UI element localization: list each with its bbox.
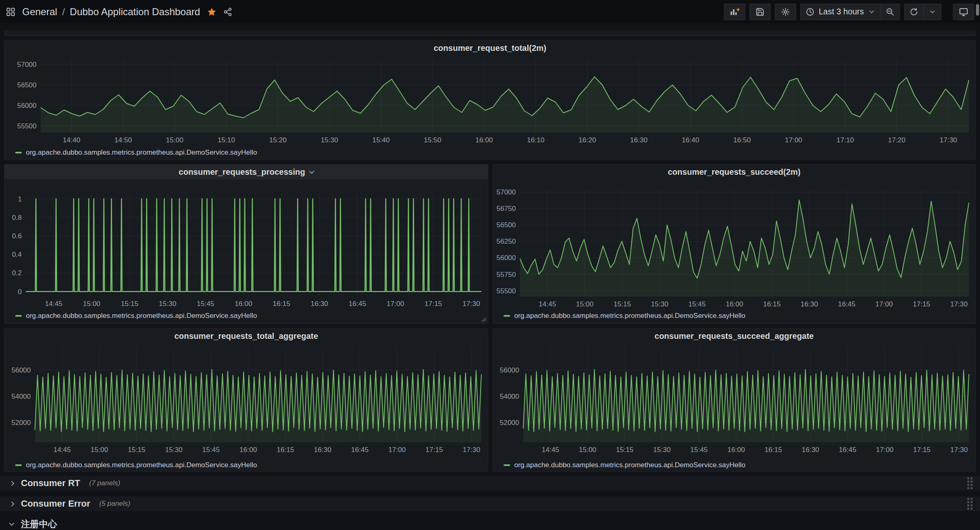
y-axis-label: 55750 (497, 271, 516, 279)
legend-item[interactable]: org.apache.dubbo.samples.metrics.prometh… (5, 309, 488, 323)
x-axis-label: 15:00 (166, 136, 183, 144)
x-axis-label: 16:30 (314, 446, 332, 454)
x-axis-label: 15:45 (690, 446, 708, 454)
panel-title[interactable]: consumer_requests_succeed_aggregate (493, 329, 975, 343)
time-series-chart[interactable]: 14:4014:5015:0015:1015:2015:3015:4015:50… (5, 55, 975, 144)
row-registry-center[interactable]: 注册中心 (0, 516, 980, 530)
x-axis-label: 16:50 (733, 136, 751, 144)
x-axis-label: 14:45 (53, 446, 71, 454)
gear-icon (781, 7, 790, 16)
panel-title-text: consumer_requests_total_aggregate (174, 331, 318, 341)
x-axis-label: 16:20 (579, 136, 596, 144)
save-dashboard-button[interactable] (749, 4, 771, 20)
x-axis-label: 15:30 (165, 446, 183, 454)
panel-title-text: consumer_requests_succeed(2m) (668, 167, 800, 177)
panel-title[interactable]: consumer_requests_total_aggregate (5, 329, 488, 343)
x-axis-label: 15:45 (688, 300, 706, 307)
y-axis-label: 56750 (497, 205, 516, 212)
share-icon[interactable] (223, 7, 232, 16)
monitor-icon (959, 7, 969, 17)
x-axis-label: 17:30 (950, 300, 968, 307)
legend-swatch (15, 152, 22, 153)
chevron-down-icon (929, 8, 936, 16)
scrollbar-thumb[interactable] (976, 4, 979, 16)
x-axis-label: 16:10 (527, 136, 545, 144)
apps-grid-icon[interactable] (6, 7, 16, 17)
y-axis-label: 0.4 (12, 251, 22, 258)
x-axis-label: 15:30 (651, 300, 669, 307)
x-axis-label: 15:00 (576, 300, 594, 307)
save-icon (756, 7, 765, 16)
y-axis-label: 0.8 (12, 214, 22, 222)
time-series-chart[interactable]: 14:4515:0015:1515:3015:4516:0016:1516:30… (5, 343, 488, 457)
zoom-out-button[interactable] (880, 4, 900, 20)
legend-item[interactable]: org.apache.dubbo.samples.metrics.prometh… (493, 458, 975, 472)
panel-consumer-request-total: consumer_request_total(2m) 14:4014:5015:… (4, 40, 976, 160)
x-axis-label: 16:30 (311, 300, 328, 307)
series-area (520, 200, 969, 297)
breadcrumb[interactable]: General / Dubbo Application Dashboard (22, 6, 200, 18)
x-axis-label: 17:15 (913, 300, 930, 307)
x-axis-label: 15:15 (616, 446, 634, 454)
row-consumer-error[interactable]: Consumer Error (5 panels) (0, 496, 980, 511)
x-axis-label: 17:30 (463, 300, 480, 307)
refresh-icon (909, 7, 918, 16)
add-panel-icon (729, 7, 740, 17)
refresh-group (904, 4, 941, 20)
x-axis-label: 15:15 (128, 446, 146, 454)
x-axis-label: 17:15 (913, 446, 931, 454)
chevron-right-icon (9, 481, 14, 486)
panel-title[interactable]: consumer_request_total(2m) (5, 41, 975, 55)
dashboard-settings-button[interactable] (775, 4, 796, 20)
row-drag-handle[interactable] (967, 477, 973, 489)
row-consumer-rt[interactable]: Consumer RT (7 panels) (0, 476, 980, 491)
panel-menu-chevron-icon (309, 169, 315, 174)
x-axis-label: 17:30 (950, 446, 968, 454)
x-axis-label: 17:15 (425, 300, 442, 307)
legend-item[interactable]: org.apache.dubbo.samples.metrics.prometh… (493, 309, 975, 323)
chevron-right-icon (9, 501, 14, 507)
panel-title-menu[interactable]: consumer_requests_processing (5, 164, 488, 179)
y-axis-label: 0.6 (12, 232, 22, 240)
panel-title[interactable]: consumer_requests_succeed(2m) (493, 164, 975, 179)
x-axis-label: 15:30 (653, 446, 671, 454)
row-panel-count: (5 panels) (99, 500, 131, 508)
add-panel-button[interactable] (724, 4, 745, 20)
time-range-picker[interactable]: Last 3 hours (801, 4, 880, 20)
x-axis-label: 15:45 (197, 300, 215, 307)
x-axis-label: 17:00 (876, 446, 894, 454)
y-axis-label: 56000 (497, 254, 516, 262)
x-axis-label: 15:00 (579, 446, 597, 454)
refresh-interval-dropdown[interactable] (923, 4, 941, 20)
x-axis-label: 14:50 (114, 136, 132, 144)
row-drag-handle[interactable] (967, 498, 973, 510)
zoom-out-icon (886, 7, 895, 16)
cycle-view-mode-button[interactable] (953, 4, 974, 20)
breadcrumb-separator: / (62, 6, 65, 18)
x-axis-label: 16:15 (273, 300, 291, 307)
breadcrumb-folder[interactable]: General (22, 6, 57, 18)
x-axis-label: 16:00 (476, 136, 493, 144)
dashboard-title[interactable]: Dubbo Application Dashboard (70, 6, 200, 18)
legend-item[interactable]: org.apache.dubbo.samples.metrics.prometh… (5, 146, 975, 160)
refresh-button[interactable] (904, 4, 923, 20)
x-axis-label: 16:15 (763, 300, 781, 307)
favorite-star-icon[interactable] (207, 7, 217, 17)
time-series-chart[interactable]: 14:4515:0015:1515:3015:4516:0016:1516:30… (493, 179, 975, 307)
time-series-chart[interactable]: 14:4515:0015:1515:3015:4516:0016:1516:30… (5, 179, 488, 307)
time-series-chart[interactable]: 14:4515:0015:1515:3015:4516:0016:1516:30… (493, 343, 975, 457)
panel-resize-handle[interactable] (481, 317, 486, 322)
y-axis-label: 54000 (11, 393, 31, 400)
legend-item[interactable]: org.apache.dubbo.samples.metrics.prometh… (5, 458, 488, 472)
x-axis-label: 17:20 (888, 136, 906, 144)
legend-label: org.apache.dubbo.samples.metrics.prometh… (26, 461, 257, 469)
x-axis-label: 16:00 (728, 446, 745, 454)
x-axis-label: 17:00 (785, 136, 802, 144)
x-axis-label: 15:50 (424, 136, 442, 144)
legend-label: org.apache.dubbo.samples.metrics.prometh… (26, 148, 257, 157)
legend-label: org.apache.dubbo.samples.metrics.prometh… (26, 312, 257, 320)
row-title: Consumer Error (21, 498, 90, 509)
x-axis-label: 15:45 (202, 446, 220, 454)
chevron-down-icon (868, 8, 875, 16)
row-panel-count: (7 panels) (89, 479, 120, 487)
